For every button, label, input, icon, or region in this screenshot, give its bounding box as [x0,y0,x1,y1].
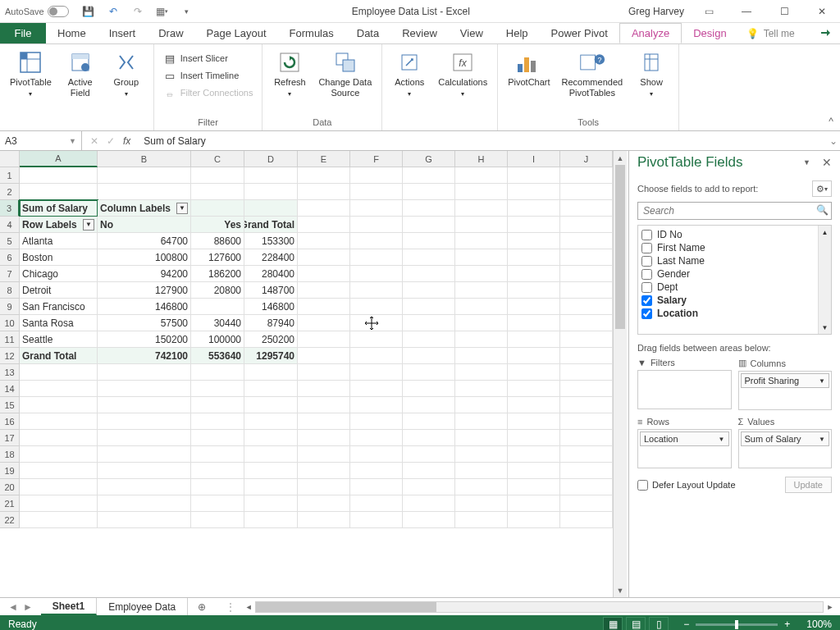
cell[interactable] [455,463,508,479]
cell[interactable]: Grand Total [20,348,98,364]
cell[interactable] [350,167,403,184]
tab-insert[interactable]: Insert [98,23,148,43]
field-gender[interactable]: Gender [641,267,815,281]
cell[interactable]: Chicago [20,266,98,282]
cell[interactable] [191,463,244,479]
cell[interactable] [508,299,560,315]
cell[interactable] [508,249,560,266]
cell[interactable] [403,381,455,397]
cell[interactable] [403,331,455,348]
cell[interactable] [455,430,508,446]
filters-area[interactable] [637,370,732,409]
cell[interactable] [98,463,191,479]
cell[interactable] [403,364,455,381]
cell[interactable] [298,463,350,479]
cell[interactable] [298,364,350,381]
cell[interactable] [98,512,191,528]
cell[interactable] [350,282,403,299]
cell[interactable] [508,184,560,200]
cell[interactable] [403,266,455,282]
tab-home[interactable]: Home [46,23,98,43]
cell[interactable]: 57500 [98,315,191,331]
cell[interactable] [244,167,298,184]
ribbon-display-icon[interactable]: ▭ [696,2,722,21]
cell[interactable] [455,446,508,463]
cell[interactable] [508,512,560,528]
cell[interactable] [508,282,560,299]
cell[interactable] [560,331,613,348]
cell[interactable]: Detroit [20,282,98,299]
cell[interactable] [560,495,613,512]
vertical-scrollbar[interactable]: ▲ ▼ [613,151,627,597]
page-break-view-icon[interactable]: ▯ [649,617,669,630]
cell[interactable] [244,430,298,446]
cell[interactable] [403,167,455,184]
cell[interactable]: 100800 [98,249,191,266]
scroll-down-icon[interactable]: ▼ [614,583,627,597]
cell[interactable] [244,184,298,200]
tab-design[interactable]: Design [682,23,737,43]
cell[interactable] [350,249,403,266]
row-header[interactable]: 9 [0,299,20,315]
cell[interactable] [455,512,508,528]
cell[interactable] [350,331,403,348]
columns-area[interactable]: Profit Sharing▼ [738,371,833,410]
cell[interactable] [191,413,244,430]
cell[interactable] [191,512,244,528]
cell[interactable] [191,299,244,315]
row-header[interactable]: 10 [0,315,20,331]
cell[interactable] [350,266,403,282]
cell[interactable] [191,381,244,397]
cell[interactable] [560,167,613,184]
cell[interactable] [560,430,613,446]
row-header[interactable]: 20 [0,479,20,495]
col-header[interactable]: I [508,151,560,167]
cell[interactable] [98,479,191,495]
cell[interactable] [244,413,298,430]
page-layout-view-icon[interactable]: ▤ [626,617,646,630]
cell[interactable]: 88600 [191,233,244,249]
cell[interactable] [508,495,560,512]
cell[interactable]: Grand Total [244,217,298,233]
cell[interactable] [98,397,191,413]
row-header[interactable]: 17 [0,430,20,446]
cell[interactable] [455,200,508,217]
cell[interactable]: 87940 [244,315,298,331]
pivottable-button[interactable]: PivotTable▾ [7,48,55,99]
cell[interactable] [403,200,455,217]
formula-input[interactable]: Sum of Salary [139,135,827,147]
cell[interactable] [508,446,560,463]
cell[interactable] [508,430,560,446]
cell[interactable] [403,413,455,430]
row-header[interactable]: 11 [0,331,20,348]
cell[interactable] [20,413,98,430]
field-location[interactable]: Location [641,307,815,320]
zoom-level[interactable]: 100% [806,619,832,630]
cell[interactable] [350,364,403,381]
cell[interactable] [350,463,403,479]
cell[interactable]: 64700 [98,233,191,249]
calculations-button[interactable]: fx Calculations▾ [435,48,491,99]
worksheet[interactable]: ABCDEFGHIJ123Sum of SalaryColumn Labels▼… [0,151,628,597]
field-id-no[interactable]: ID No [641,228,815,241]
cell[interactable]: San Francisco [20,299,98,315]
cell[interactable]: Column Labels▼ [98,200,191,217]
cell[interactable] [350,217,403,233]
cell[interactable]: 94200 [98,266,191,282]
cell[interactable] [560,315,613,331]
field-salary[interactable]: Salary [641,294,815,307]
zoom-out-icon[interactable]: − [683,619,689,630]
field-dept[interactable]: Dept [641,281,815,294]
row-header[interactable]: 19 [0,463,20,479]
rows-item-location[interactable]: Location▼ [640,431,729,446]
cell[interactable] [298,495,350,512]
cell[interactable] [20,495,98,512]
cell[interactable] [403,315,455,331]
col-header[interactable]: E [298,151,350,167]
zoom-in-icon[interactable]: + [784,619,790,630]
cell[interactable] [298,266,350,282]
cell[interactable]: 228400 [244,249,298,266]
cell[interactable] [98,184,191,200]
cell[interactable] [20,364,98,381]
cell[interactable] [298,430,350,446]
